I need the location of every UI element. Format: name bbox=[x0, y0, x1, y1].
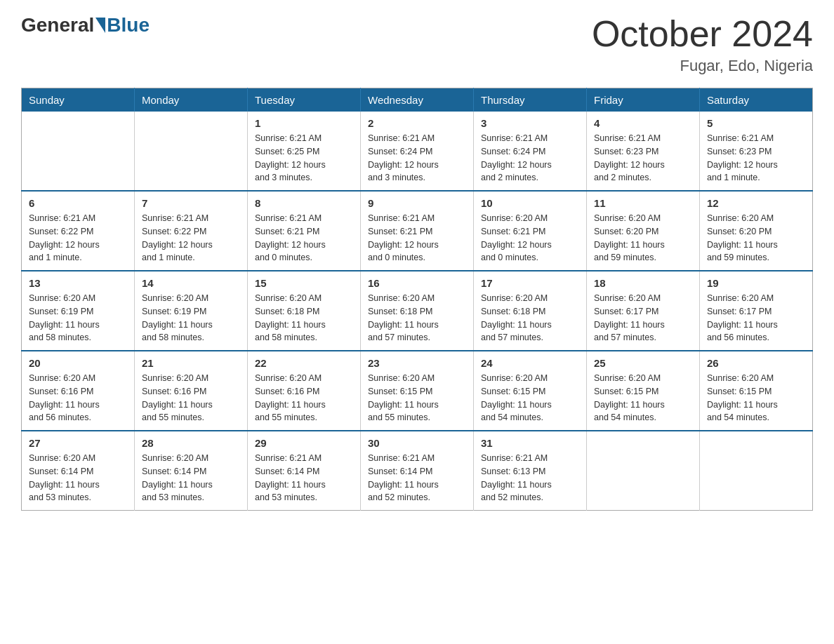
location-title: Fugar, Edo, Nigeria bbox=[592, 57, 813, 75]
day-number: 22 bbox=[255, 357, 353, 369]
day-number: 1 bbox=[255, 117, 353, 129]
day-number: 23 bbox=[368, 357, 466, 369]
day-info: Sunrise: 6:21 AMSunset: 6:25 PMDaylight:… bbox=[255, 132, 353, 185]
day-info: Sunrise: 6:21 AMSunset: 6:22 PMDaylight:… bbox=[29, 212, 127, 264]
calendar-cell: 24Sunrise: 6:20 AMSunset: 6:15 PMDayligh… bbox=[474, 351, 587, 431]
calendar-cell: 2Sunrise: 6:21 AMSunset: 6:24 PMDaylight… bbox=[361, 112, 474, 191]
day-info: Sunrise: 6:20 AMSunset: 6:14 PMDaylight:… bbox=[29, 452, 127, 504]
calendar-cell: 3Sunrise: 6:21 AMSunset: 6:24 PMDaylight… bbox=[474, 112, 587, 191]
day-number: 14 bbox=[142, 277, 240, 289]
calendar-cell: 17Sunrise: 6:20 AMSunset: 6:18 PMDayligh… bbox=[474, 271, 587, 351]
calendar-cell: 31Sunrise: 6:21 AMSunset: 6:13 PMDayligh… bbox=[474, 431, 587, 511]
day-info: Sunrise: 6:21 AMSunset: 6:23 PMDaylight:… bbox=[707, 132, 805, 185]
month-title: October 2024 bbox=[592, 14, 813, 54]
day-number: 27 bbox=[29, 437, 127, 449]
day-number: 26 bbox=[707, 357, 805, 369]
day-number: 20 bbox=[29, 357, 127, 369]
calendar-cell: 10Sunrise: 6:20 AMSunset: 6:21 PMDayligh… bbox=[474, 191, 587, 271]
logo-blue-text: Blue bbox=[107, 14, 150, 36]
page-header: General Blue October 2024 Fugar, Edo, Ni… bbox=[21, 14, 813, 75]
day-info: Sunrise: 6:21 AMSunset: 6:24 PMDaylight:… bbox=[368, 132, 466, 185]
calendar-cell: 12Sunrise: 6:20 AMSunset: 6:20 PMDayligh… bbox=[700, 191, 813, 271]
day-number: 21 bbox=[142, 357, 240, 369]
day-number: 25 bbox=[594, 357, 692, 369]
day-info: Sunrise: 6:21 AMSunset: 6:21 PMDaylight:… bbox=[255, 212, 353, 264]
day-number: 30 bbox=[368, 437, 466, 449]
header-thursday: Thursday bbox=[474, 88, 587, 112]
calendar-cell: 5Sunrise: 6:21 AMSunset: 6:23 PMDaylight… bbox=[700, 112, 813, 191]
header-monday: Monday bbox=[135, 88, 248, 112]
day-number: 17 bbox=[481, 277, 579, 289]
calendar-cell: 15Sunrise: 6:20 AMSunset: 6:18 PMDayligh… bbox=[248, 271, 361, 351]
week-row-4: 20Sunrise: 6:20 AMSunset: 6:16 PMDayligh… bbox=[22, 351, 813, 431]
day-info: Sunrise: 6:20 AMSunset: 6:19 PMDaylight:… bbox=[29, 292, 127, 344]
calendar-cell: 19Sunrise: 6:20 AMSunset: 6:17 PMDayligh… bbox=[700, 271, 813, 351]
day-number: 28 bbox=[142, 437, 240, 449]
week-row-3: 13Sunrise: 6:20 AMSunset: 6:19 PMDayligh… bbox=[22, 271, 813, 351]
day-info: Sunrise: 6:21 AMSunset: 6:21 PMDaylight:… bbox=[368, 212, 466, 264]
day-info: Sunrise: 6:20 AMSunset: 6:19 PMDaylight:… bbox=[142, 292, 240, 344]
day-number: 29 bbox=[255, 437, 353, 449]
calendar-cell: 29Sunrise: 6:21 AMSunset: 6:14 PMDayligh… bbox=[248, 431, 361, 511]
day-info: Sunrise: 6:20 AMSunset: 6:16 PMDaylight:… bbox=[29, 372, 127, 424]
calendar-cell: 7Sunrise: 6:21 AMSunset: 6:22 PMDaylight… bbox=[135, 191, 248, 271]
day-info: Sunrise: 6:20 AMSunset: 6:15 PMDaylight:… bbox=[594, 372, 692, 424]
day-info: Sunrise: 6:20 AMSunset: 6:16 PMDaylight:… bbox=[255, 372, 353, 424]
logo-triangle-icon bbox=[95, 18, 105, 33]
day-number: 24 bbox=[481, 357, 579, 369]
calendar-cell: 14Sunrise: 6:20 AMSunset: 6:19 PMDayligh… bbox=[135, 271, 248, 351]
day-number: 7 bbox=[142, 197, 240, 209]
day-number: 8 bbox=[255, 197, 353, 209]
calendar-cell: 1Sunrise: 6:21 AMSunset: 6:25 PMDaylight… bbox=[248, 112, 361, 191]
calendar-cell: 28Sunrise: 6:20 AMSunset: 6:14 PMDayligh… bbox=[135, 431, 248, 511]
day-number: 18 bbox=[594, 277, 692, 289]
header-friday: Friday bbox=[587, 88, 700, 112]
day-info: Sunrise: 6:20 AMSunset: 6:18 PMDaylight:… bbox=[255, 292, 353, 344]
calendar-cell: 11Sunrise: 6:20 AMSunset: 6:20 PMDayligh… bbox=[587, 191, 700, 271]
calendar-cell: 30Sunrise: 6:21 AMSunset: 6:14 PMDayligh… bbox=[361, 431, 474, 511]
day-number: 6 bbox=[29, 197, 127, 209]
day-number: 10 bbox=[481, 197, 579, 209]
calendar-cell: 20Sunrise: 6:20 AMSunset: 6:16 PMDayligh… bbox=[22, 351, 135, 431]
day-number: 31 bbox=[481, 437, 579, 449]
week-row-1: 1Sunrise: 6:21 AMSunset: 6:25 PMDaylight… bbox=[22, 112, 813, 191]
calendar-cell: 4Sunrise: 6:21 AMSunset: 6:23 PMDaylight… bbox=[587, 112, 700, 191]
calendar-cell: 26Sunrise: 6:20 AMSunset: 6:15 PMDayligh… bbox=[700, 351, 813, 431]
calendar-cell: 9Sunrise: 6:21 AMSunset: 6:21 PMDaylight… bbox=[361, 191, 474, 271]
calendar-cell: 18Sunrise: 6:20 AMSunset: 6:17 PMDayligh… bbox=[587, 271, 700, 351]
calendar-cell: 8Sunrise: 6:21 AMSunset: 6:21 PMDaylight… bbox=[248, 191, 361, 271]
calendar-cell bbox=[22, 112, 135, 191]
day-info: Sunrise: 6:21 AMSunset: 6:14 PMDaylight:… bbox=[255, 452, 353, 504]
day-info: Sunrise: 6:20 AMSunset: 6:15 PMDaylight:… bbox=[481, 372, 579, 424]
calendar-cell: 22Sunrise: 6:20 AMSunset: 6:16 PMDayligh… bbox=[248, 351, 361, 431]
calendar-cell: 16Sunrise: 6:20 AMSunset: 6:18 PMDayligh… bbox=[361, 271, 474, 351]
day-number: 19 bbox=[707, 277, 805, 289]
day-info: Sunrise: 6:20 AMSunset: 6:14 PMDaylight:… bbox=[142, 452, 240, 504]
day-number: 2 bbox=[368, 117, 466, 129]
calendar-cell: 25Sunrise: 6:20 AMSunset: 6:15 PMDayligh… bbox=[587, 351, 700, 431]
day-number: 13 bbox=[29, 277, 127, 289]
title-area: October 2024 Fugar, Edo, Nigeria bbox=[592, 14, 813, 75]
calendar-cell bbox=[700, 431, 813, 511]
day-info: Sunrise: 6:20 AMSunset: 6:20 PMDaylight:… bbox=[707, 212, 805, 264]
day-info: Sunrise: 6:21 AMSunset: 6:24 PMDaylight:… bbox=[481, 132, 579, 185]
day-info: Sunrise: 6:20 AMSunset: 6:16 PMDaylight:… bbox=[142, 372, 240, 424]
calendar-table: SundayMondayTuesdayWednesdayThursdayFrid… bbox=[21, 88, 813, 511]
day-number: 9 bbox=[368, 197, 466, 209]
day-number: 4 bbox=[594, 117, 692, 129]
day-info: Sunrise: 6:20 AMSunset: 6:15 PMDaylight:… bbox=[707, 372, 805, 424]
calendar-cell: 27Sunrise: 6:20 AMSunset: 6:14 PMDayligh… bbox=[22, 431, 135, 511]
calendar-cell bbox=[587, 431, 700, 511]
day-info: Sunrise: 6:20 AMSunset: 6:21 PMDaylight:… bbox=[481, 212, 579, 264]
calendar-cell: 13Sunrise: 6:20 AMSunset: 6:19 PMDayligh… bbox=[22, 271, 135, 351]
calendar-header-row: SundayMondayTuesdayWednesdayThursdayFrid… bbox=[22, 88, 813, 112]
day-number: 12 bbox=[707, 197, 805, 209]
logo: General Blue bbox=[21, 14, 150, 36]
header-saturday: Saturday bbox=[700, 88, 813, 112]
day-number: 3 bbox=[481, 117, 579, 129]
day-info: Sunrise: 6:20 AMSunset: 6:18 PMDaylight:… bbox=[481, 292, 579, 344]
day-info: Sunrise: 6:21 AMSunset: 6:13 PMDaylight:… bbox=[481, 452, 579, 504]
day-info: Sunrise: 6:20 AMSunset: 6:18 PMDaylight:… bbox=[368, 292, 466, 344]
day-number: 11 bbox=[594, 197, 692, 209]
day-info: Sunrise: 6:20 AMSunset: 6:17 PMDaylight:… bbox=[707, 292, 805, 344]
